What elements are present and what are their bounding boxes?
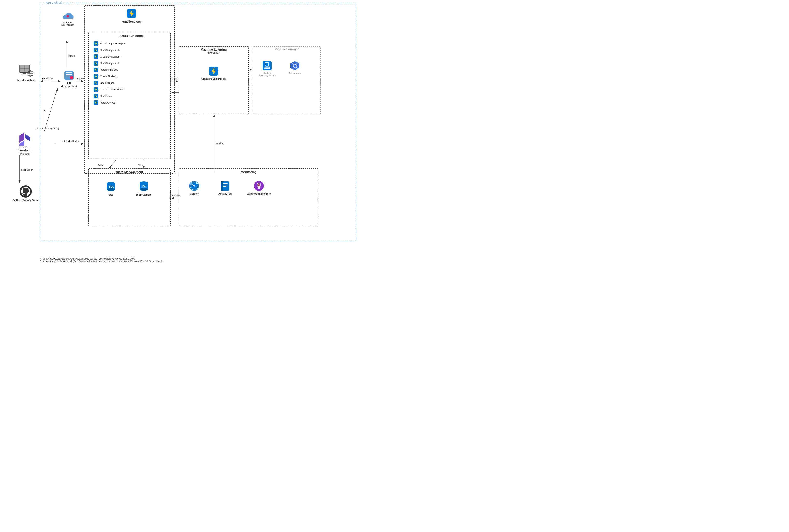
footnote: * For our final release for Siemens we p… [40,258,163,262]
lightning-icon-6 [94,80,98,86]
openapi-cloud-icon [62,11,74,21]
activity-log-component: Activity log [214,180,236,195]
monitor-label: Monitor [190,192,199,195]
lightning-icon-3 [94,61,98,66]
monitoring-box [179,169,319,226]
github-actions-label: GitHub Actions (CI/CD) [34,127,61,130]
create-ml-mock-label: CreateMLMockModel [201,77,226,80]
func-item-0: ReadComponentTypes [94,41,125,46]
svg-point-94 [194,185,195,187]
lightning-icon-9 [94,100,98,105]
func-label-1: ReadComponents [100,49,120,52]
lightning-icon-0 [94,41,98,46]
func-item-3: ReadComponent [94,61,125,66]
ml-studio-icon [262,61,272,71]
app-insights-icon [253,180,265,192]
create-ml-mock-icon [208,66,219,76]
ml-mocked-title: Machine Learning (Mocked) [180,48,248,54]
svg-rect-54 [23,73,26,74]
kubernetes-icon [290,61,300,71]
lightning-icon-1 [94,48,98,53]
lightning-icon-5 [94,74,98,79]
footnote-line1: * For our final release for Siemens we p… [40,258,163,260]
kubernetes-component: Kubernetes [285,61,305,74]
mendix-label: Mendix Website [17,79,36,81]
mendix-icon [19,64,35,78]
functions-app-icon: Functions App [121,8,142,23]
app-insights-component: Application Insights [246,180,272,195]
func-label-0: ReadComponentTypes [100,42,125,45]
lightning-icon-4 [94,68,98,72]
lightning-icon-2 [94,54,98,59]
state-mgmt-box [88,169,171,226]
mendix-component: Mendix Website [12,64,41,81]
func-label-8: ReadDocs [100,95,112,98]
azure-functions-subtitle: Azure Functions [93,34,171,38]
svg-rect-55 [22,74,28,74]
func-label-9: ReadOpenApi [100,101,115,104]
func-item-4: ReadSimilarities [94,68,125,72]
ml-real-box [253,46,321,114]
svg-rect-48 [66,76,70,76]
kubernetes-label: Kubernetes [289,72,301,74]
monitor-icon [189,180,200,192]
terraform-component: HashiCorp Terraform Teraform [11,133,38,155]
func-label-4: ReadSimilarities [100,69,118,71]
github-label: GitHub (Source Code) [13,199,38,202]
svg-rect-97 [223,183,228,184]
monitor-component: Monitor [183,180,206,195]
sql-label: SQL [109,193,114,196]
footnote-line2: In the current state the Azure Machine L… [40,260,163,262]
azure-functions-list: ReadComponentTypes ReadComponents Create… [94,41,125,107]
activity-log-label: Activity log [218,192,232,195]
functions-app-svg-icon [126,8,137,19]
func-label-2: CreateComponent [100,55,120,58]
func-item-1: ReadComponents [94,48,125,53]
func-item-7: CreateMLMockModel [94,87,125,92]
app-insights-label: Application Insights [247,192,271,195]
func-item-9: ReadOpenApi [94,100,125,105]
github-icon [19,185,33,198]
monitoring-title: Monitoring [180,170,317,174]
api-management-component: APIManagement [57,70,81,88]
initial-deploy-label: Initial Deploy [21,169,34,171]
activity-log-icon [219,180,231,192]
func-label-6: ReadRanges [100,81,114,84]
func-label-3: ReadComponent [100,62,119,65]
terraform-label: Teraform [20,153,30,155]
svg-point-81 [140,188,148,191]
ml-real-title: Machine Learning* [254,48,320,51]
azure-cloud-label: Azure Cloud [44,1,63,4]
api-mgmt-label: APIManagement [61,82,77,88]
openapi-label: OpenAPI Specification [61,21,74,26]
svg-point-44 [66,15,69,17]
svg-text:SQL: SQL [109,185,114,188]
api-mgmt-icon [63,70,75,81]
svg-rect-47 [66,74,72,75]
functions-app-title: Functions App [121,20,141,23]
svg-text:01: 01 [143,185,146,187]
func-item-5: CreateSimilarity [94,74,125,79]
diagram-container: Azure Cloud REST Call Triggers I [0,0,394,266]
blob-storage-label: Blob Storage [136,193,152,196]
svg-rect-64 [266,62,269,63]
func-label-5: CreateSimilarity [100,75,117,78]
svg-point-77 [107,188,115,191]
lightning-icon-8 [94,94,98,99]
func-label-7: CreateMLMockModel [100,88,123,91]
svg-rect-102 [258,188,260,188]
svg-rect-99 [223,186,227,187]
blob-storage-icon: 10 01 [138,180,150,193]
svg-rect-103 [258,188,260,189]
lightning-icon-7 [94,87,98,92]
terraform-icon [18,133,32,146]
sql-component: SQL SQL [101,180,121,196]
openapi-spec-component: OpenAPI Specification [56,11,80,26]
func-item-8: ReadDocs [94,94,125,99]
ml-studio-label: MachineLearning Studio [259,72,275,77]
func-item-2: CreateComponent [94,54,125,59]
sql-icon: SQL [105,180,117,193]
svg-rect-46 [66,72,72,73]
blob-storage-component: 10 01 Blob Storage [132,180,156,196]
svg-marker-106 [25,134,31,141]
